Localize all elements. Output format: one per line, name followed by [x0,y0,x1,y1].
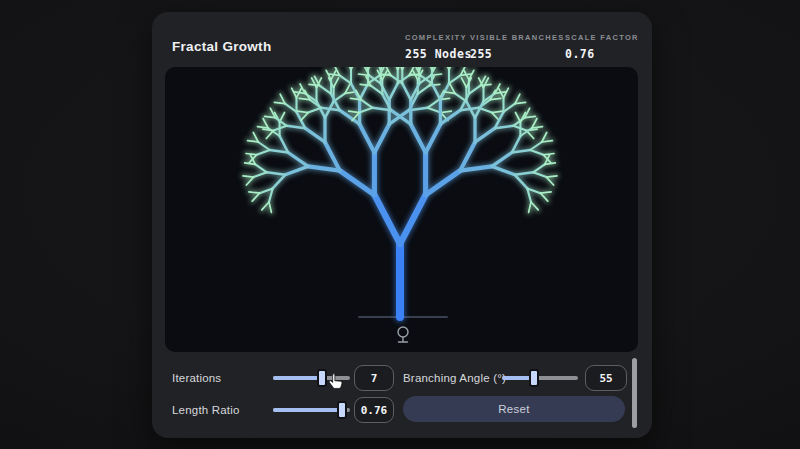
tree-branch [411,124,426,152]
tree-branch [374,195,400,244]
tree-branch [340,171,375,195]
tree-branch [360,124,375,152]
stat-scale-factor-value: 0.76 [565,47,639,61]
branching-angle-value-box[interactable]: 55 [585,365,627,391]
length-ratio-slider[interactable] [273,401,350,419]
tree-branch [492,153,512,167]
tree-branch [374,124,389,152]
tree-icon [394,325,412,347]
length-ratio-slider-thumb[interactable] [337,401,347,419]
branching-angle-label: Branching Angle (°) [403,372,506,384]
length-ratio-value-box[interactable]: 0.76 [354,397,394,423]
iterations-label: Iterations [172,372,221,384]
iterations-slider-thumb[interactable] [317,369,327,387]
length-ratio-label: Length Ratio [172,404,240,416]
stat-scale-factor-label: SCALE FACTOR [565,33,639,42]
tree-branch [273,175,286,189]
fractal-growth-panel: Fractal Growth COMPLEXITY 255 Nodes VISI… [152,12,652,438]
branching-angle-slider-thumb[interactable] [529,369,539,387]
reset-button[interactable]: Reset [403,396,625,422]
stat-scale-factor: SCALE FACTOR 0.76 [565,33,639,61]
stat-visible-branches: VISIBLE BRANCHES 255 [470,33,565,61]
stat-visible-branches-value: 255 [470,47,565,61]
stat-complexity-label: COMPLEXITY [405,33,472,42]
fractal-tree-svg [165,67,638,352]
tree-branch [515,175,528,189]
length-ratio-slider-fill [273,408,342,412]
iterations-slider-fill [273,376,322,380]
iterations-slider[interactable] [273,369,350,387]
stat-complexity-value: 255 Nodes [405,47,472,61]
tree-branch [400,195,426,244]
tree-branch [426,124,441,152]
branching-angle-slider[interactable] [502,369,578,387]
page-title: Fractal Growth [172,39,271,54]
fractal-canvas [165,67,638,352]
iterations-value-box[interactable]: 7 [354,365,394,391]
stat-visible-branches-label: VISIBLE BRANCHES [470,33,565,42]
stat-complexity: COMPLEXITY 255 Nodes [405,33,472,61]
controls-scrollbar-thumb[interactable] [632,358,637,428]
tree-branch [288,153,308,167]
app-background: Fractal Growth COMPLEXITY 255 Nodes VISI… [0,0,800,449]
tree-branch [426,171,461,195]
